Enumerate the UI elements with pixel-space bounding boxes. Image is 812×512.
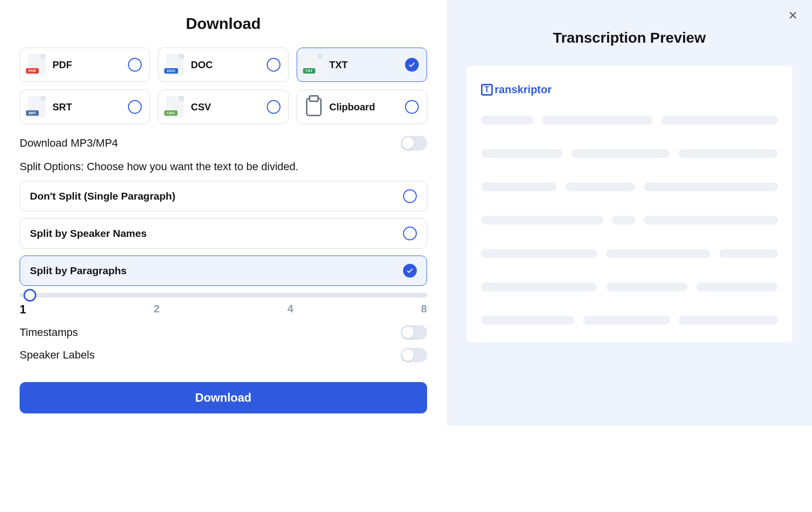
format-option-txt[interactable]: TXT TXT [297, 48, 427, 82]
file-icon-txt: TXT [305, 54, 323, 76]
speaker-labels-label: Speaker Labels [20, 349, 95, 361]
radio-unchecked-icon [403, 227, 417, 240]
skeleton-row [481, 249, 778, 258]
split-option-no-split[interactable]: Don't Split (Single Paragraph) [20, 181, 427, 211]
preview-panel: Transcription Preview Transkriptor [447, 0, 812, 426]
slider-tick: 1 [20, 303, 26, 316]
preview-title: Transcription Preview [466, 29, 792, 46]
format-label: CSV [191, 102, 259, 113]
skeleton-row [481, 149, 778, 158]
brand-logo: Transkriptor [481, 83, 778, 96]
clipboard-icon [305, 96, 323, 118]
brand-text: ranskriptor [495, 83, 552, 96]
download-media-row: Download MP3/MP4 [20, 136, 427, 151]
close-button[interactable] [787, 10, 798, 23]
download-panel: Download PDF PDF DOC DOC TXT TX [0, 0, 447, 426]
split-option-label: Split by Paragraphs [30, 265, 127, 277]
format-option-clipboard[interactable]: Clipboard [297, 90, 427, 124]
split-section-label: Split Options: Choose how you want the t… [20, 160, 427, 173]
skeleton-row [481, 182, 778, 191]
file-icon-doc: DOC [166, 54, 184, 76]
format-label: PDF [52, 59, 121, 71]
preview-card: Transkriptor [466, 66, 792, 342]
file-icon-pdf: PDF [28, 54, 46, 76]
radio-checked-icon [403, 264, 417, 278]
file-icon-srt: SRT [28, 96, 46, 118]
brand-initial: T [481, 84, 493, 96]
format-label: Clipboard [330, 102, 398, 113]
timestamps-row: Timestamps [20, 325, 427, 340]
radio-unchecked-icon [267, 58, 280, 72]
format-option-doc[interactable]: DOC DOC [158, 48, 288, 82]
paragraph-slider[interactable]: 1 2 4 8 [20, 293, 427, 316]
timestamps-toggle[interactable] [401, 325, 427, 340]
split-option-label: Don't Split (Single Paragraph) [30, 190, 176, 202]
slider-thumb[interactable] [24, 289, 36, 302]
radio-checked-icon [405, 58, 419, 72]
radio-unchecked-icon [405, 100, 419, 114]
split-option-label: Split by Speaker Names [30, 228, 147, 239]
download-media-toggle[interactable] [401, 136, 427, 151]
skeleton-row [481, 216, 778, 225]
radio-unchecked-icon [267, 100, 280, 114]
download-media-label: Download MP3/MP4 [20, 137, 118, 150]
file-icon-csv: CSV [166, 96, 184, 118]
format-label: DOC [191, 59, 259, 71]
split-option-speaker[interactable]: Split by Speaker Names [20, 218, 427, 249]
speaker-labels-row: Speaker Labels [20, 348, 427, 362]
format-label: SRT [52, 102, 121, 113]
skeleton-row [481, 282, 778, 291]
format-option-pdf[interactable]: PDF PDF [20, 48, 150, 82]
format-option-csv[interactable]: CSV CSV [158, 90, 288, 124]
slider-track [20, 293, 427, 298]
radio-unchecked-icon [128, 58, 142, 72]
page-title: Download [20, 15, 427, 33]
slider-labels: 1 2 4 8 [20, 303, 427, 316]
skeleton-row [481, 116, 778, 125]
format-grid: PDF PDF DOC DOC TXT TXT [20, 48, 427, 124]
slider-tick: 2 [154, 303, 160, 316]
format-label: TXT [330, 59, 398, 71]
slider-tick: 4 [287, 303, 293, 316]
format-option-srt[interactable]: SRT SRT [20, 90, 150, 124]
slider-tick: 8 [421, 303, 427, 316]
speaker-labels-toggle[interactable] [401, 348, 427, 362]
radio-unchecked-icon [403, 189, 417, 203]
split-option-paragraphs[interactable]: Split by Paragraphs [20, 256, 427, 286]
skeleton-row [481, 316, 778, 325]
radio-unchecked-icon [128, 100, 142, 114]
download-button[interactable]: Download [20, 382, 427, 413]
timestamps-label: Timestamps [20, 326, 78, 339]
